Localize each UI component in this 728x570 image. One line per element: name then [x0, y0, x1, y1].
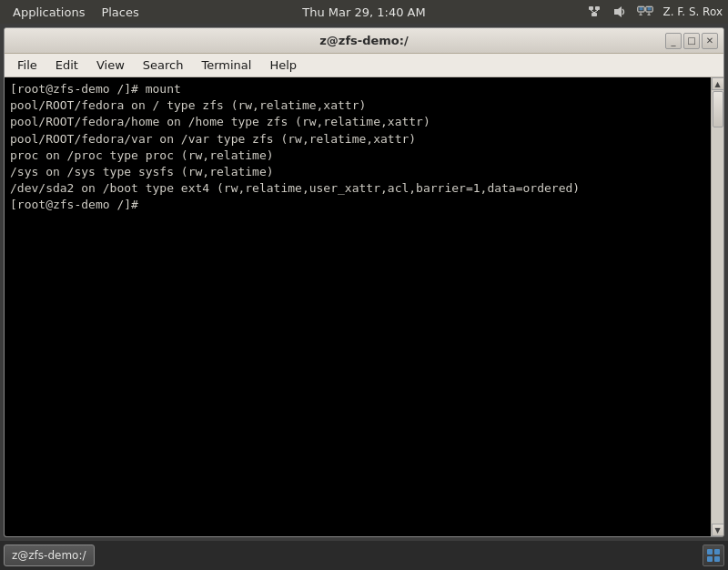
network-icon[interactable] — [586, 4, 602, 20]
svg-rect-7 — [640, 7, 643, 10]
svg-rect-15 — [714, 549, 720, 555]
system-datetime: Thu Mar 29, 1:40 AM — [302, 5, 425, 19]
svg-line-3 — [591, 10, 594, 13]
taskbar-grid-icon[interactable] — [703, 545, 724, 566]
applications-menu[interactable]: Applications — [5, 4, 92, 21]
taskbar-right — [703, 545, 724, 566]
svg-rect-1 — [595, 6, 600, 10]
display-icon[interactable] — [637, 4, 653, 20]
menu-help[interactable]: Help — [260, 56, 306, 74]
window-title: z@zfs-demo:/ — [319, 34, 408, 47]
scroll-track[interactable] — [712, 90, 723, 524]
taskbar-item-label: z@zfs-demo:/ — [12, 549, 86, 562]
svg-rect-14 — [707, 549, 713, 555]
menu-search[interactable]: Search — [134, 56, 193, 74]
svg-rect-17 — [714, 556, 720, 562]
system-bar-left: Applications Places — [5, 4, 147, 21]
system-bar: Applications Places Thu Mar 29, 1:40 AM — [0, 0, 728, 24]
terminal-window: z@zfs-demo:/ _ □ ✕ File Edit View Search… — [4, 27, 724, 537]
svg-rect-0 — [589, 6, 593, 10]
volume-icon[interactable] — [612, 4, 628, 20]
taskbar: z@zfs-demo:/ — [0, 541, 728, 570]
title-bar-buttons: _ □ ✕ — [665, 33, 718, 49]
menu-view[interactable]: View — [87, 56, 134, 74]
terminal-container[interactable]: [root@zfs-demo /]# mount pool/ROOT/fedor… — [5, 77, 723, 536]
scroll-thumb[interactable] — [713, 91, 723, 127]
svg-line-4 — [594, 10, 598, 13]
scrollbar[interactable]: ▲ ▼ — [711, 77, 723, 536]
minimize-button[interactable]: _ — [665, 33, 682, 49]
menu-terminal[interactable]: Terminal — [192, 56, 260, 74]
title-bar: z@zfs-demo:/ _ □ ✕ — [5, 28, 723, 54]
username: Z. F. S. Rox — [662, 5, 723, 18]
maximize-button[interactable]: □ — [683, 33, 700, 49]
close-button[interactable]: ✕ — [702, 33, 718, 49]
terminal-output[interactable]: [root@zfs-demo /]# mount pool/ROOT/fedor… — [5, 77, 711, 536]
menu-edit[interactable]: Edit — [46, 56, 87, 74]
svg-rect-9 — [648, 7, 652, 10]
scroll-up-arrow[interactable]: ▲ — [712, 77, 724, 90]
places-menu[interactable]: Places — [94, 4, 146, 21]
menu-file[interactable]: File — [8, 56, 46, 74]
menu-bar: File Edit View Search Terminal Help — [5, 54, 723, 77]
taskbar-terminal[interactable]: z@zfs-demo:/ — [4, 545, 95, 566]
system-bar-right: Z. F. S. Rox — [586, 4, 723, 20]
svg-marker-5 — [614, 6, 622, 17]
svg-rect-2 — [592, 13, 597, 16]
scroll-down-arrow[interactable]: ▼ — [712, 524, 724, 536]
svg-rect-16 — [707, 556, 713, 562]
